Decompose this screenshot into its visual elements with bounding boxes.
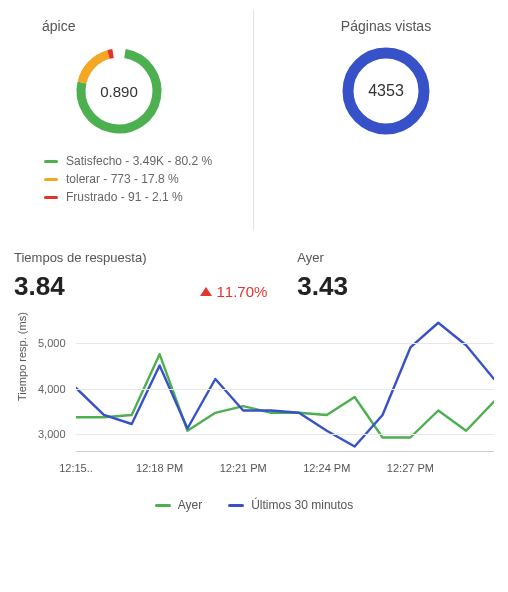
legend-text: tolerar - 773 - 17.8 % [66, 170, 179, 188]
response-header: Tiempos de respuesta) 3.84 11.70% Ayer 3… [14, 250, 494, 302]
apex-donut-chart: 0.890 [72, 44, 166, 138]
legend-swatch-blue [228, 504, 244, 507]
legend-item-yesterday: Ayer [155, 498, 202, 512]
line-chart-svg [76, 316, 494, 451]
legend-label-yesterday: Ayer [178, 498, 202, 512]
response-panel: Tiempos de respuesta) 3.84 11.70% Ayer 3… [0, 230, 508, 512]
response-delta-value: 11.70% [216, 283, 267, 300]
line-chart-plot [76, 316, 494, 452]
apex-score: 0.890 [72, 44, 166, 138]
y-tick: 5,000 [38, 337, 66, 349]
response-yesterday-value: 3.43 [297, 271, 348, 302]
response-current-block: Tiempos de respuesta) 3.84 [14, 250, 146, 302]
legend-label-last30: Últimos 30 minutos [251, 498, 353, 512]
legend-row-satisfied: Satisfecho - 3.49K - 80.2 % [14, 152, 245, 170]
apex-legend: Satisfecho - 3.49K - 80.2 %tolerar - 773… [14, 152, 245, 206]
legend-row-frustrated: Frustrado - 91 - 2.1 % [14, 188, 245, 206]
legend-text: Satisfecho - 3.49K - 80.2 % [66, 152, 212, 170]
pageviews-section: Páginas vistas 4353 [254, 10, 494, 230]
legend-swatch [44, 178, 58, 181]
legend-text: Frustrado - 91 - 2.1 % [66, 188, 183, 206]
legend-row-tolerating: tolerar - 773 - 17.8 % [14, 170, 245, 188]
x-tick: 12:15.. [59, 462, 93, 474]
top-panel: ápice 0.890 Satisfecho - 3.49K - 80.2 %t… [0, 0, 508, 230]
response-yesterday-block: Ayer 3.43 [297, 250, 348, 302]
response-delta: 11.70% [200, 283, 267, 300]
response-current-value: 3.84 [14, 271, 146, 302]
x-tick: 12:27 PM [387, 462, 434, 474]
y-axis-label: Tiempo resp. (ms) [16, 312, 28, 401]
response-yesterday-label: Ayer [297, 250, 348, 265]
y-tick: 3,000 [38, 428, 66, 440]
response-current-label: Tiempos de respuesta) [14, 250, 146, 265]
pageviews-value: 4353 [339, 44, 433, 138]
legend-item-last30: Últimos 30 minutos [228, 498, 353, 512]
legend-swatch [44, 196, 58, 199]
legend-swatch [44, 160, 58, 163]
y-tick: 4,000 [38, 383, 66, 395]
line-chart: Tiempo resp. (ms) 3,0004,0005,000 12:15.… [32, 316, 494, 486]
up-arrow-icon [200, 287, 212, 296]
apex-section: ápice 0.890 Satisfecho - 3.49K - 80.2 %t… [14, 10, 254, 230]
x-tick: 12:24 PM [303, 462, 350, 474]
apex-title: ápice [42, 18, 245, 34]
x-tick: 12:21 PM [220, 462, 267, 474]
pageviews-title: Páginas vistas [278, 18, 494, 34]
pageviews-ring: 4353 [339, 44, 433, 138]
legend-swatch-green [155, 504, 171, 507]
line-chart-legend: Ayer Últimos 30 minutos [14, 498, 494, 512]
x-tick: 12:18 PM [136, 462, 183, 474]
